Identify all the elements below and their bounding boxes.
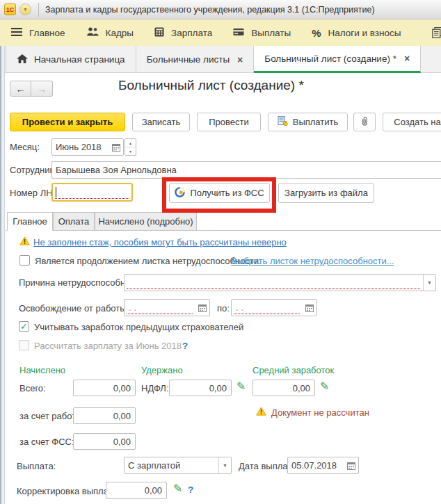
attachments-button[interactable] [353,113,376,131]
date-placeholder: . . [125,302,141,313]
calendar-icon[interactable] [109,139,123,155]
save-button[interactable]: Записать [132,113,190,131]
required-underline [55,198,129,199]
calendar-icon[interactable] [195,300,209,316]
warning-triangle-icon [19,236,30,247]
spinner-up-icon[interactable]: ▲ [125,139,136,147]
employee-field[interactable]: Барышева Зоя Арнольдовна [51,161,441,179]
month-label: Месяц: [10,142,40,152]
employee-label: Сотрудник: [10,165,56,175]
ndfl-field[interactable]: 0,00 [169,380,232,396]
release-to-input[interactable]: . . [231,299,317,316]
experience-warning-link[interactable]: Не заполнен стаж, пособия могут быть рас… [33,237,287,247]
edit-pencil-icon[interactable]: ✎ [236,381,246,392]
system-menu-button[interactable]: ▼ [19,3,31,15]
tab-label: Оплата [58,216,90,227]
detail-tab-main[interactable]: Главное [7,212,53,231]
check-icon: ✓ [20,322,28,331]
total-field[interactable]: 0,00 [73,380,136,396]
reason-select[interactable]: ▼ [124,274,436,291]
total-label: Всего: [19,383,46,393]
average-earnings-field[interactable]: 0,00 [252,380,315,396]
tab-label: Больничный лист (создание) * [264,54,396,64]
percent-icon: % [312,27,321,39]
detail-tab-payment[interactable]: Оплата [53,212,95,231]
payout-value: С зарплатой [125,460,184,471]
fss-share-value: 0,00 [74,437,135,447]
menu-item-nalogi[interactable]: % Налоги и взносы [312,27,401,39]
calc-salary-checkbox[interactable] [19,340,29,350]
calc-salary-label: Рассчитать зарплату за Июнь 2018 [34,341,182,351]
close-icon[interactable]: × [404,53,410,64]
ndfl-label: НДФЛ: [141,383,169,393]
tab-sick-leave-list[interactable]: Больничные листы × [136,46,255,73]
payout-date-input[interactable]: 05.07.2018 [287,457,359,474]
button-label: Загрузить из файла [284,188,368,198]
chevron-down-icon[interactable]: ▼ [423,275,435,291]
employee-value: Барышева Зоя Арнольдовна [52,165,180,175]
menu-item-label: Налоги и взносы [328,28,401,38]
menu-item-zarplata[interactable]: Зарплата [154,27,212,39]
card-icon [233,28,244,38]
adjustment-field[interactable]: 0,00 [106,482,167,499]
nav-history-group: ← → [10,81,53,97]
1c-logo-icon: 1С [4,3,16,15]
menu-item-kadry[interactable]: Кадры [86,27,134,38]
create-from-button[interactable]: Создать на [383,113,441,131]
window-titlebar: 1С ▼ Зарплата и кадры государственного у… [0,0,441,19]
fss-share-label: за счет ФСС: [19,437,74,447]
pay-button[interactable]: Выплатить [268,113,348,131]
select-sick-note-link[interactable]: Выбрать листок нетрудоспособности... [231,256,394,266]
calendar-icon[interactable] [303,300,316,316]
menu-item-glavnoe[interactable]: Главное [11,28,65,38]
home-icon [17,54,28,65]
menu-item-vyplaty[interactable]: Выплаты [233,28,291,38]
month-stepper[interactable]: ▲ ▼ [125,138,136,156]
employer-share-value: 0,00 [74,411,135,421]
menu-item-label: Зарплата [171,28,212,38]
help-icon[interactable]: ? [182,341,188,351]
required-underline [127,314,193,314]
continuation-checkbox[interactable] [19,255,30,266]
employer-share-label: за счет работ.: [19,411,80,421]
payout-select[interactable]: С зарплатой ▼ [124,457,232,474]
arrow-right-icon: → [37,83,47,95]
chevron-down-icon[interactable]: ▼ [218,457,231,473]
tab-label: Главное [13,216,47,227]
close-icon[interactable]: × [237,54,243,65]
prev-insurers-checkbox[interactable]: ✓ [19,321,29,332]
help-icon[interactable]: ? [188,485,193,495]
spinner-down-icon[interactable]: ▼ [125,147,136,155]
pay-document-icon [278,116,288,128]
titlebar-divider [38,3,39,17]
accrued-header: Начислено [19,365,65,375]
calendar-icon[interactable] [344,457,358,473]
app-window: 1С ▼ Зарплата и кадры государственного у… [0,0,441,504]
employer-share-field[interactable]: 0,00 [73,407,136,424]
release-from-input[interactable]: . . [124,299,210,316]
load-from-file-button[interactable]: Загрузить из файла [278,183,374,203]
menu-item-label: Кадры [106,28,134,38]
window-title: Зарплата и кадры государственного учрежд… [45,5,375,15]
withheld-header: Удержано [141,365,183,375]
edit-pencil-icon[interactable]: ✎ [320,381,329,392]
warning-triangle-icon [256,407,266,418]
required-underline [234,314,300,314]
ln-number-input[interactable] [51,183,133,202]
tab-sick-leave-create[interactable]: Больничный лист (создание) * × [254,46,421,73]
ln-number-label: Номер ЛН: [10,188,55,198]
page-tabbar: Начальная страница Больничные листы × Бо… [0,46,441,73]
people-icon [86,27,99,38]
month-field[interactable]: Июнь 2018 [51,138,124,156]
fss-share-field[interactable]: 0,00 [73,433,136,450]
button-label: Записать [142,117,181,127]
edit-pencil-icon[interactable]: ✎ [173,483,182,494]
detail-tab-accrued[interactable]: Начислено (подробно) [95,212,197,231]
back-button[interactable]: ← [10,81,31,97]
prev-insurers-label: Учитывать заработок предыдущих страховат… [34,322,243,332]
forward-button[interactable]: → [31,81,53,97]
post-and-close-button[interactable]: Провести и закрыть [10,113,125,131]
post-button[interactable]: Провести [197,113,261,131]
tab-home[interactable]: Начальная страница [6,46,136,73]
reports-icon[interactable] [432,27,441,40]
